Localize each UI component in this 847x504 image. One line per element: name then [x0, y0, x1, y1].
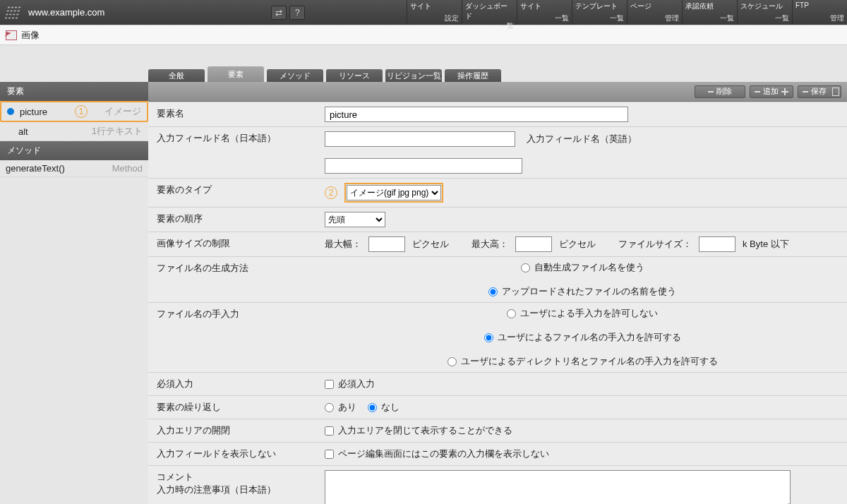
row-required: 必須入力 必須入力 [148, 373, 847, 396]
save-button[interactable]: 保存 [798, 85, 841, 98]
hide-checkbox[interactable]: ページ編集画面にはこの要素の入力欄を表示しない [325, 448, 549, 460]
row-comment-jp: コメント 入力時の注意事項（日本語） [148, 466, 847, 504]
nav-schedule[interactable]: スケジュール一覧 [737, 0, 792, 25]
field-en-input[interactable] [325, 158, 522, 174]
add-button[interactable]: 追加 [750, 85, 793, 98]
tab-elements[interactable]: 要素 [208, 66, 264, 82]
callout-2: 2 [325, 186, 337, 199]
tab-history[interactable]: 操作履歴 [445, 69, 501, 82]
max-height-input[interactable] [515, 236, 552, 252]
row-size-limit: 画像サイズの制限 最大幅： ピクセル 最大高： ピクセル ファイルサイズ： k … [148, 232, 847, 257]
tab-method[interactable]: メソッド [267, 69, 323, 82]
sidebar-item-alt[interactable]: alt 1行テキスト [0, 122, 148, 141]
field-jp-input[interactable] [325, 131, 515, 147]
content: 全般 要素 メソッド リソース リビジョン一覧 操作履歴 削除 追加 保存 要素… [148, 45, 847, 504]
app-logo [0, 0, 25, 25]
fngen-auto[interactable]: 自動生成ファイル名を使う [521, 261, 644, 274]
repeat-yes[interactable]: あり [325, 401, 356, 414]
swap-icon[interactable]: ⇄ [271, 6, 287, 20]
fnman-none[interactable]: ユーザによる手入力を許可しない [507, 307, 658, 320]
tabs: 全般 要素 メソッド リソース リビジョン一覧 操作履歴 [148, 65, 847, 82]
top-bar: www.example.com ⇄ ? サイト設定 ダッシュボード一覧 サイト一… [0, 0, 847, 25]
minus-icon [708, 91, 714, 92]
toolbar: 削除 追加 保存 [148, 82, 847, 102]
row-repeat: 要素の繰り返し あり なし [148, 396, 847, 419]
callout-1: 1 [75, 105, 88, 118]
comment-jp-textarea[interactable] [325, 470, 791, 504]
row-field-names: 入力フィールド名（日本語） 入力フィールド名（英語） [148, 127, 847, 179]
nav-ftp[interactable]: FTP管理 [792, 0, 847, 25]
delete-button[interactable]: 削除 [695, 85, 745, 98]
fnman-dir[interactable]: ユーザによるディレクトリ名とファイル名の手入力を許可する [447, 355, 718, 368]
nav-template[interactable]: テンプレート一覧 [572, 0, 627, 25]
form: 要素名 入力フィールド名（日本語） 入力フィールド名（英語） 要素のタイプ 2 [148, 102, 847, 504]
field-en-label: 入力フィールド名（英語） [527, 133, 637, 145]
nav-approval[interactable]: 承認依頼一覧 [682, 0, 737, 25]
minus-icon [803, 91, 808, 92]
required-checkbox[interactable]: 必須入力 [325, 378, 375, 390]
plus-icon [781, 88, 788, 95]
repeat-no[interactable]: なし [368, 401, 400, 414]
tab-resource[interactable]: リソース [326, 69, 383, 82]
element-type-select[interactable]: イメージ(gif jpg png) [347, 185, 441, 200]
nav-page[interactable]: ページ管理 [627, 0, 682, 25]
site-url: www.example.com [25, 0, 116, 25]
save-doc-icon [832, 88, 839, 96]
element-name-input[interactable] [325, 107, 628, 122]
row-filename-gen: ファイル名の生成方法 自動生成ファイル名を使う アップロードされたファイルの名前… [148, 257, 847, 303]
minus-icon [755, 91, 760, 92]
top-nav: サイト設定 ダッシュボード一覧 サイト一覧 テンプレート一覧 ページ管理 承認依… [407, 0, 847, 25]
file-size-input[interactable] [699, 236, 735, 252]
fnman-file[interactable]: ユーザによるファイル名の手入力を許可する [484, 331, 681, 344]
row-openclose: 入力エリアの開閉 入力エリアを閉じて表示することができる [148, 419, 847, 443]
max-width-input[interactable] [368, 236, 405, 252]
sidebar-head-methods: メソッド [0, 141, 148, 160]
openclose-checkbox[interactable]: 入力エリアを閉じて表示することができる [325, 424, 512, 437]
fngen-upload[interactable]: アップロードされたファイルの名前を使う [488, 285, 676, 298]
image-icon [6, 30, 17, 40]
help-icon[interactable]: ? [289, 6, 305, 20]
row-order: 要素の順序 先頭 [148, 208, 847, 232]
order-select[interactable]: 先頭 [325, 212, 385, 227]
row-element-type: 要素のタイプ 2 イメージ(gif jpg png) [148, 179, 847, 208]
sidebar: 要素 picture 1 イメージ alt 1行テキスト メソッド genera… [0, 45, 148, 504]
row-hide-field: 入力フィールドを表示しない ページ編集画面にはこの要素の入力欄を表示しない [148, 443, 847, 466]
nav-site-list[interactable]: サイト一覧 [517, 0, 572, 25]
breadcrumb: 画像 [0, 25, 847, 45]
nav-site-settings[interactable]: サイト設定 [407, 0, 462, 25]
tab-general[interactable]: 全般 [148, 69, 205, 82]
page-title: 画像 [21, 29, 40, 42]
sidebar-head-elements: 要素 [0, 82, 148, 101]
sidebar-method-generatetext[interactable]: generateText() Method [0, 160, 148, 177]
row-element-name: 要素名 [148, 102, 847, 127]
tab-revision[interactable]: リビジョン一覧 [385, 69, 442, 82]
row-filename-manual: ファイル名の手入力 ユーザによる手入力を許可しない ユーザによるファイル名の手入… [148, 303, 847, 373]
topbar-spacer: ⇄ ? [116, 0, 407, 25]
nav-dashboard[interactable]: ダッシュボード一覧 [462, 0, 517, 25]
active-dot-icon [7, 108, 14, 115]
sidebar-item-picture[interactable]: picture 1 イメージ [0, 101, 148, 122]
